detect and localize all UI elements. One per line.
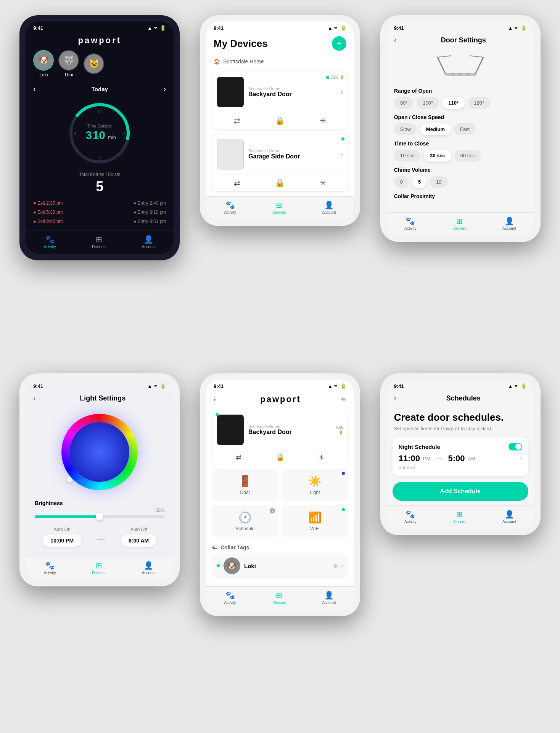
status-icons-3: ▲ ᯤ 🔋 (508, 25, 527, 31)
nav-account-6[interactable]: 👤 Account (502, 510, 516, 524)
nav-devices-2[interactable]: ⊞ Devices (272, 200, 286, 215)
door-badge (272, 472, 275, 475)
back-btn-door[interactable]: ‹ (394, 36, 396, 44)
wifi-feature-label: WiFi (310, 526, 319, 531)
detail-ctrl-light[interactable]: ✳ (319, 453, 324, 462)
auto-on-value[interactable]: 10:00 PM (43, 534, 81, 547)
nav-activity-6[interactable]: 🐾 Activity (404, 510, 417, 524)
nav-activity-4[interactable]: 🐾 Activity (44, 561, 56, 575)
color-wheel-container[interactable] (61, 414, 138, 490)
speed-section: Open / Close Speed Slow Medium Fast (386, 114, 534, 140)
prev-day-btn[interactable]: ‹ (33, 85, 35, 93)
back-btn-light[interactable]: ‹ (33, 394, 35, 402)
nav-devices-6[interactable]: ⊞ Devices (453, 510, 467, 524)
schedule-toggle[interactable] (509, 443, 522, 450)
close-60[interactable]: 60 sec (454, 150, 481, 161)
light-feature-label: Light (310, 490, 320, 495)
bottom-nav-2: 🐾 Activity ⊞ Devices 👤 Account (206, 196, 354, 220)
online-dot-garage (341, 137, 344, 140)
light-feature-icon: ☀️ (308, 475, 322, 488)
nav-account-2[interactable]: 👤 Account (322, 200, 336, 215)
feature-door[interactable]: 🚪 Door (212, 469, 278, 501)
nav-devices-5[interactable]: ⊞ Devices (272, 591, 286, 605)
nav-activity-5[interactable]: 🐾 Activity (224, 591, 236, 605)
nav-account-3[interactable]: 👤 Account (502, 216, 516, 231)
collar-section: 🏷 Collar Tags 🐶 Loki 🔋 › (206, 541, 354, 582)
close-30[interactable]: 30 sec (424, 150, 451, 161)
status-time-5: 9:41 (214, 383, 224, 389)
brightness-slider[interactable] (35, 515, 164, 518)
speed-slow[interactable]: Slow (394, 123, 417, 135)
status-bar-4: 9:41 ▲ ᯤ 🔋 (26, 379, 174, 391)
nav-devices-label-3: Devices (453, 226, 467, 231)
next-day-btn[interactable]: › (164, 85, 166, 93)
speed-pills: Slow Medium Fast (394, 123, 527, 135)
slider-thumb[interactable] (96, 513, 103, 520)
activity-icon-6: 🐾 (406, 510, 415, 519)
ctrl-light-backyard[interactable]: ✳ (320, 116, 326, 125)
collar-card[interactable]: 🐶 Loki 🔋 › (212, 554, 348, 578)
device-status-backyard: 75% 🔋 (326, 75, 344, 79)
range-110[interactable]: 110° (442, 97, 465, 109)
nav-activity-1[interactable]: 🐾 Activity (44, 235, 56, 249)
svg-text:9: 9 (74, 132, 76, 136)
device-thumb-garage (217, 139, 244, 170)
schedule-feature-label: Schedule (235, 526, 254, 531)
pet-thor[interactable]: 🐺 Thor (58, 50, 79, 77)
pet-loki[interactable]: 🐶 Loki (33, 50, 54, 77)
end-time: 5:00 (448, 454, 465, 463)
color-handle[interactable] (67, 477, 72, 483)
range-100[interactable]: 100° (417, 97, 439, 109)
color-picker-area[interactable] (26, 408, 174, 496)
date-nav: ‹ Today › (26, 83, 174, 97)
ctrl-lock-backyard[interactable]: 🔒 (275, 116, 285, 125)
device-card-garage[interactable]: Scottsdale Home Garage Side Door › ⇄ 🔒 ✳ (212, 134, 348, 192)
speed-fast[interactable]: Fast (454, 123, 476, 135)
chime-0[interactable]: 0 (394, 176, 409, 188)
detail-device-name: Backyard Door (248, 429, 331, 436)
pet-unknown[interactable]: 🐱 (84, 53, 104, 74)
nav-account-5[interactable]: 👤 Account (322, 591, 336, 605)
range-90[interactable]: 90° (394, 97, 414, 109)
brightness-label: Brightness (35, 500, 164, 506)
nav-activity-label-1: Activity (44, 245, 56, 249)
feature-schedule[interactable]: 1 🕐 Schedule (212, 505, 278, 538)
svg-text:12: 12 (98, 110, 102, 114)
bottom-nav-1: 🐾 Activity ⊞ Devices 👤 Account (26, 231, 174, 254)
feature-wifi[interactable]: 📶 WiFi (282, 505, 348, 538)
device-card-backyard[interactable]: Scottsdale Home Backyard Door › 75% 🔋 ⇄ … (212, 72, 348, 129)
add-device-btn[interactable]: + (332, 36, 346, 51)
speed-medium[interactable]: Medium (420, 123, 451, 135)
nav-devices-4[interactable]: ⊞ Devices (92, 561, 106, 575)
detail-ctrl-direction[interactable]: ⇄ (236, 453, 241, 462)
device-subloc-garage: Scottsdale Home (248, 149, 336, 153)
ctrl-direction-garage[interactable]: ⇄ (234, 178, 240, 187)
nav-activity-3[interactable]: 🐾 Activity (404, 216, 417, 231)
nav-account-4[interactable]: 👤 Account (142, 561, 156, 575)
nav-account-1[interactable]: 👤 Account (142, 235, 156, 249)
close-10[interactable]: 10 sec (394, 150, 421, 161)
add-schedule-btn[interactable]: Add Schedule (393, 482, 528, 501)
color-wheel[interactable] (61, 414, 138, 490)
nav-devices-label-5: Devices (272, 601, 286, 605)
schedule-arrow[interactable]: › (520, 455, 522, 462)
status-bar-2: 9:41 ▲ ᯤ 🔋 (206, 21, 354, 33)
chime-10[interactable]: 10 (430, 176, 447, 188)
detail-ctrl-lock[interactable]: 🔒 (276, 453, 284, 462)
ctrl-lock-garage[interactable]: 🔒 (275, 178, 285, 187)
nav-devices-3[interactable]: ⊞ Devices (453, 216, 467, 231)
ctrl-light-garage[interactable]: ✳ (320, 178, 326, 187)
ctrl-direction-backyard[interactable]: ⇄ (234, 116, 240, 125)
create-subtitle: Set specific times for Pawport to stay l… (386, 426, 534, 438)
nav-devices-1[interactable]: ⊞ Devices (92, 235, 106, 249)
back-btn-schedules[interactable]: ‹ (394, 394, 396, 402)
nav-account-label-4: Account (142, 571, 156, 575)
range-120[interactable]: 120° (468, 97, 490, 109)
back-btn-detail[interactable]: ‹ (214, 396, 216, 404)
nav-activity-2[interactable]: 🐾 Activity (224, 200, 236, 215)
auto-off-value[interactable]: 8:00 AM (121, 534, 156, 547)
chime-5[interactable]: 5 (412, 176, 427, 188)
end-period: AM (468, 456, 475, 462)
edit-btn[interactable]: ✏ (341, 396, 346, 403)
feature-light[interactable]: ☀️ Light (282, 469, 348, 501)
